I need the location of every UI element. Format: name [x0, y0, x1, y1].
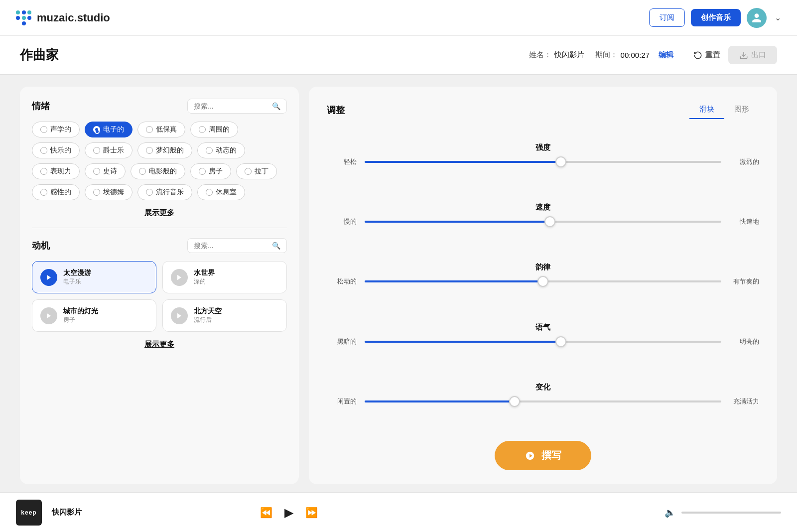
mood-tag[interactable]: 爵士乐 [85, 142, 133, 158]
motif-name: 北方天空 [194, 307, 222, 316]
motif-play-button[interactable] [171, 307, 188, 324]
avatar[interactable] [747, 8, 767, 28]
tab-slider[interactable]: 滑块 [689, 101, 724, 119]
svg-point-2 [96, 130, 99, 133]
header: muzaic.studio 订阅 创作音乐 ⌄ [0, 0, 797, 36]
mood-tag[interactable]: 低保真 [137, 122, 185, 137]
adjust-title: 调整 [327, 104, 345, 116]
motifs-show-more[interactable]: 展示更多 [32, 340, 287, 349]
slider-track[interactable] [365, 400, 721, 402]
logo: muzaic.studio [16, 10, 110, 25]
create-music-button[interactable]: 创作音乐 [691, 9, 741, 26]
player-right: 🔈 [664, 507, 781, 518]
slider-track[interactable] [365, 161, 721, 163]
motifs-search-icon: 🔍 [272, 242, 280, 250]
mood-tag[interactable]: 周围的 [190, 122, 238, 137]
mood-tag[interactable]: 感性的 [32, 184, 80, 200]
svg-marker-5 [47, 313, 51, 318]
moods-search-box[interactable]: 🔍 [187, 99, 287, 114]
reset-button[interactable]: 重置 [693, 50, 720, 60]
compose-button[interactable]: 撰写 [495, 441, 591, 470]
slider-row: 松动的有节奏的 [327, 277, 759, 286]
mood-tag[interactable]: 梦幻般的 [137, 142, 192, 158]
slider-thumb[interactable] [544, 216, 555, 227]
motif-info: 太空漫游电子乐 [63, 268, 91, 286]
fast-forward-button[interactable]: ⏩ [305, 507, 318, 519]
left-panel: 情绪 🔍 声学的电子的低保真周围的快乐的爵士乐梦幻般的动态的表现力史诗电影般的房… [20, 87, 299, 484]
slider-right-label: 充满活力 [729, 397, 759, 406]
mood-tag[interactable]: 休息室 [197, 184, 245, 200]
slider-row: 轻松激烈的 [327, 157, 759, 166]
motif-name: 太空漫游 [63, 268, 91, 277]
slider-thumb[interactable] [509, 396, 520, 407]
motif-grid: 太空漫游电子乐水世界深的城市的灯光房子北方天空流行后 [32, 261, 287, 332]
slider-track[interactable] [365, 221, 721, 223]
slider-label: 韵律 [327, 263, 759, 272]
main-content: 情绪 🔍 声学的电子的低保真周围的快乐的爵士乐梦幻般的动态的表现力史诗电影般的房… [0, 75, 797, 496]
mood-tag[interactable]: 流行音乐 [137, 184, 192, 200]
slider-thumb[interactable] [555, 336, 566, 347]
motif-play-button[interactable] [171, 269, 188, 286]
player-controls: ⏪ ▶ ⏩ [260, 506, 318, 520]
mood-tag[interactable]: 快乐的 [32, 142, 80, 158]
motifs-search-input[interactable] [194, 242, 268, 250]
slider-thumb[interactable] [555, 156, 566, 167]
motif-info: 城市的灯光房子 [63, 307, 98, 324]
rewind-button[interactable]: ⏪ [260, 507, 272, 519]
motifs-search-box[interactable]: 🔍 [187, 238, 287, 253]
meta-duration-value: 00:00:27 [621, 51, 650, 59]
slider-left-label: 黑暗的 [327, 337, 357, 346]
moods-section-header: 情绪 🔍 [32, 99, 287, 114]
sliders-area: 强度轻松激烈的速度慢的快速地韵律松动的有节奏的语气黑暗的明亮的变化闲置的充满活力 [327, 129, 759, 429]
motif-card[interactable]: 北方天空流行后 [162, 299, 287, 332]
view-tabs: 滑块 图形 [689, 101, 759, 119]
chevron-down-icon[interactable]: ⌄ [775, 13, 781, 22]
svg-marker-6 [177, 313, 181, 318]
right-panel: 调整 滑块 图形 强度轻松激烈的速度慢的快速地韵律松动的有节奏的语气黑暗的明亮的… [309, 87, 777, 484]
volume-icon: 🔈 [664, 507, 675, 518]
mood-tag[interactable]: 动态的 [197, 142, 245, 158]
slider-track[interactable] [365, 341, 721, 343]
slider-left-label: 松动的 [327, 277, 357, 286]
volume-slider[interactable] [681, 512, 781, 514]
motif-subtitle: 房子 [63, 316, 98, 324]
slider-group: 韵律松动的有节奏的 [327, 263, 759, 286]
motif-play-button[interactable] [40, 307, 57, 324]
moods-search-input[interactable] [194, 102, 268, 110]
motif-card[interactable]: 水世界深的 [162, 261, 287, 293]
mood-tag[interactable]: 声学的 [32, 122, 80, 137]
divider [32, 228, 287, 228]
slider-fill [365, 400, 515, 402]
edit-link[interactable]: 编辑 [659, 50, 673, 60]
slider-right-label: 激烈的 [729, 157, 759, 166]
slider-right-label: 有节奏的 [729, 277, 759, 286]
motif-card[interactable]: 城市的灯光房子 [32, 299, 156, 332]
slider-right-label: 快速地 [729, 217, 759, 226]
meta-name-label: 姓名： [529, 50, 551, 60]
slider-fill [365, 280, 543, 282]
tab-graph[interactable]: 图形 [724, 101, 759, 119]
mood-tag[interactable]: 拉丁 [236, 163, 277, 179]
slider-track[interactable] [365, 280, 721, 282]
mood-tag[interactable]: 史诗 [85, 163, 126, 179]
mood-tag[interactable]: 电子的 [85, 122, 133, 137]
mood-tag[interactable]: 表现力 [32, 163, 80, 179]
motif-info: 北方天空流行后 [194, 307, 222, 324]
export-button[interactable]: 出口 [728, 46, 777, 64]
mood-tag[interactable]: 房子 [190, 163, 231, 179]
moods-show-more[interactable]: 展示更多 [32, 208, 287, 218]
play-button[interactable]: ▶ [284, 506, 293, 520]
motif-card[interactable]: 太空漫游电子乐 [32, 261, 156, 293]
slider-thumb[interactable] [537, 276, 548, 287]
slider-group: 语气黑暗的明亮的 [327, 323, 759, 346]
moods-tags-grid: 声学的电子的低保真周围的快乐的爵士乐梦幻般的动态的表现力史诗电影般的房子拉丁感性… [32, 122, 287, 200]
search-icon: 🔍 [272, 102, 280, 110]
subscribe-button[interactable]: 订阅 [649, 8, 685, 27]
meta-info: 姓名： 快闪影片 期间： 00:00:27 编辑 [529, 50, 673, 60]
slider-group: 速度慢的快速地 [327, 203, 759, 226]
mood-tag[interactable]: 电影般的 [131, 163, 185, 179]
slider-label: 强度 [327, 143, 759, 152]
motif-play-button[interactable] [40, 269, 57, 286]
mood-tag[interactable]: 埃德姆 [85, 184, 133, 200]
motif-subtitle: 电子乐 [63, 277, 91, 286]
